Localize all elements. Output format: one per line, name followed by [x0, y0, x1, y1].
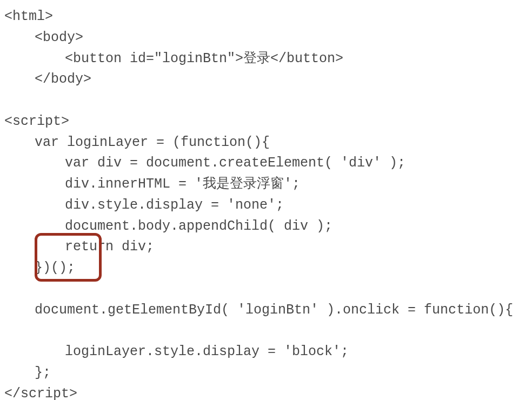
code-line: document.getElementById( 'loginBtn' ).on…	[35, 302, 513, 318]
code-line: </script>	[4, 386, 77, 401]
code-line: return div;	[65, 239, 154, 255]
code-line: div.style.display = 'none';	[65, 197, 284, 213]
code-line: })();	[35, 260, 75, 276]
code-line: };	[35, 365, 51, 381]
code-line: loginLayer.style.display = 'block';	[65, 344, 349, 359]
code-line: var loginLayer = (function(){	[35, 135, 270, 150]
code-line: div.innerHTML = '我是登录浮窗';	[65, 176, 300, 192]
code-line: <script>	[4, 114, 69, 129]
code-line: <body>	[35, 30, 83, 45]
code-line: <html>	[4, 9, 53, 24]
code-line: </body>	[35, 71, 91, 87]
code-line: var div = document.createElement( 'div' …	[65, 155, 405, 171]
code-line: <button id="loginBtn">登录</button>	[65, 51, 343, 66]
code-block: <html> <body> <button id="loginBtn">登录</…	[4, 6, 528, 400]
code-line: document.body.appendChild( div );	[65, 218, 332, 234]
